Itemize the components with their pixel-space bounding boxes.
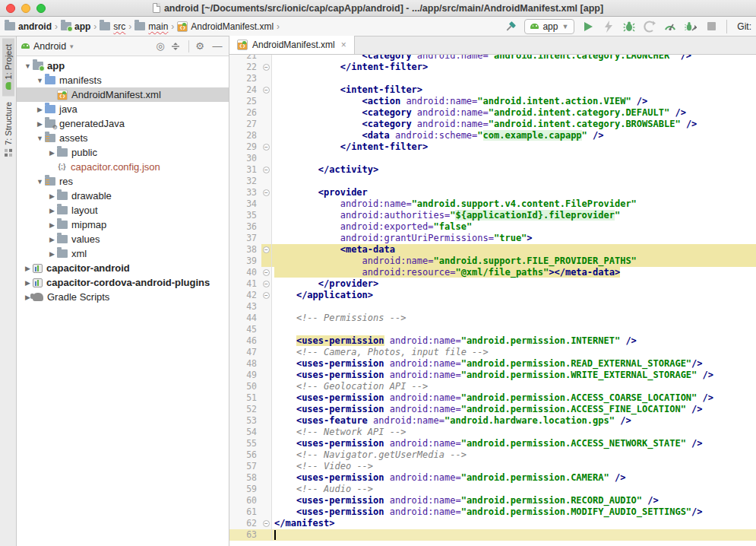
tree-expand-arrow-icon[interactable]: ▶ bbox=[23, 265, 33, 272]
code-line-57[interactable]: 57 <!-- Video --> bbox=[229, 461, 756, 472]
fold-marker-icon[interactable]: − bbox=[263, 144, 270, 151]
code-line-60[interactable]: 60 <uses-permission android:name="androi… bbox=[229, 495, 756, 506]
close-tab-icon[interactable]: × bbox=[341, 40, 346, 50]
tree-item-assets[interactable]: ▼assets bbox=[17, 131, 229, 145]
code-line-51[interactable]: 51 <uses-permission android:name="androi… bbox=[229, 392, 756, 404]
code-line-29[interactable]: 29− </intent-filter> bbox=[229, 141, 756, 153]
minimize-window-button[interactable] bbox=[21, 4, 30, 13]
close-window-button[interactable] bbox=[6, 4, 15, 13]
attach-debugger-icon[interactable] bbox=[684, 20, 697, 33]
breadcrumb-item-app[interactable]: app bbox=[61, 21, 90, 32]
tree-item-capacitor-cordova-android-plugins[interactable]: ▶capacitor-cordova-android-plugins bbox=[17, 275, 229, 290]
code-line-45[interactable]: 45 bbox=[229, 324, 756, 335]
fold-marker-icon[interactable]: − bbox=[263, 167, 270, 173]
git-widget-label[interactable]: Git: bbox=[735, 21, 751, 32]
tree-expand-arrow-icon[interactable]: ▶ bbox=[35, 106, 45, 113]
code-line-61[interactable]: 61 <uses-permission android:name="androi… bbox=[229, 506, 756, 518]
tree-item-mipmap[interactable]: ▶mipmap bbox=[17, 217, 229, 232]
code-line-50[interactable]: 50 <!-- Geolocation API --> bbox=[229, 381, 756, 392]
code-line-42[interactable]: 42− </application> bbox=[229, 290, 756, 301]
code-line-52[interactable]: 52 <uses-permission android:name="androi… bbox=[229, 404, 756, 415]
tree-item-app[interactable]: ▼app bbox=[17, 59, 229, 73]
code-editor[interactable]: 21 <category android:name="android.inten… bbox=[229, 55, 756, 546]
editor-tab-androidmanifest[interactable]: AndroidManifest.xml × bbox=[229, 36, 355, 54]
tree-item-java[interactable]: ▶java bbox=[17, 102, 229, 116]
code-line-63[interactable]: 63 bbox=[229, 529, 756, 541]
code-line-34[interactable]: 34 android:name="android.support.v4.cont… bbox=[229, 198, 756, 210]
tree-expand-arrow-icon[interactable]: ▼ bbox=[35, 178, 45, 186]
tree-item-xml[interactable]: ▶xml bbox=[17, 246, 229, 261]
tree-expand-arrow-icon[interactable]: ▼ bbox=[35, 77, 45, 84]
fold-marker-icon[interactable]: − bbox=[263, 87, 270, 94]
fold-marker-icon[interactable]: − bbox=[263, 292, 270, 299]
zoom-window-button[interactable] bbox=[36, 4, 46, 13]
tree-item-manifests[interactable]: ▼manifests bbox=[17, 73, 229, 87]
tree-expand-arrow-icon[interactable]: ▶ bbox=[47, 250, 57, 258]
locate-target-icon[interactable]: ◎ bbox=[153, 40, 167, 52]
code-line-36[interactable]: 36 android:exported="false" bbox=[229, 221, 756, 233]
code-line-49[interactable]: 49 <uses-permission android:name="androi… bbox=[229, 370, 756, 381]
run-configuration-select[interactable]: app ▼ bbox=[524, 19, 574, 34]
tree-item-values[interactable]: ▶values bbox=[17, 232, 229, 246]
code-line-62[interactable]: 62−</manifest> bbox=[229, 518, 756, 529]
settings-gear-icon[interactable]: ⚙ bbox=[193, 40, 207, 52]
code-line-48[interactable]: 48 <uses-permission android:name="androi… bbox=[229, 358, 756, 370]
profiler-gauge-icon[interactable] bbox=[663, 20, 677, 33]
hide-panel-icon[interactable]: — bbox=[210, 40, 224, 52]
tree-item-generatedJava[interactable]: ▶generatedJava bbox=[17, 116, 229, 131]
code-line-46[interactable]: 46 <uses-permission android:name="androi… bbox=[229, 335, 756, 347]
tree-expand-arrow-icon[interactable]: ▼ bbox=[35, 135, 45, 142]
code-line-53[interactable]: 53 <uses-feature android:name="android.h… bbox=[229, 415, 756, 427]
fold-marker-icon[interactable]: − bbox=[263, 520, 270, 527]
code-line-59[interactable]: 59 <!-- Audio --> bbox=[229, 484, 756, 495]
tree-expand-arrow-icon[interactable]: ▼ bbox=[23, 62, 33, 70]
code-line-43[interactable]: 43 bbox=[229, 301, 756, 313]
fold-marker-icon[interactable]: − bbox=[263, 246, 270, 253]
tool-window-tab-project[interactable]: 1: Project bbox=[2, 38, 14, 96]
code-line-40[interactable]: 40− android:resource="@xml/file_paths"><… bbox=[229, 267, 756, 278]
code-line-25[interactable]: 25 <action android:name="android.intent.… bbox=[229, 96, 756, 107]
breadcrumb-item-main[interactable]: main bbox=[134, 21, 168, 32]
tree-item-res[interactable]: ▼res bbox=[17, 174, 229, 189]
tree-expand-arrow-icon[interactable]: ▶ bbox=[47, 236, 57, 243]
code-line-44[interactable]: 44 <!-- Permissions --> bbox=[229, 313, 756, 324]
code-line-27[interactable]: 27 <category android:name="android.inten… bbox=[229, 119, 756, 130]
tree-item-capacitor.config.json[interactable]: {;}capacitor.config.json bbox=[17, 160, 229, 174]
run-play-icon[interactable] bbox=[581, 20, 595, 33]
collapse-all-icon[interactable] bbox=[171, 42, 185, 51]
tree-item-layout[interactable]: ▶layout bbox=[17, 203, 229, 217]
tree-item-drawable[interactable]: ▶drawable bbox=[17, 189, 229, 203]
fold-marker-icon[interactable]: − bbox=[263, 269, 270, 276]
tree-item-AndroidManifest.xml[interactable]: AndroidManifest.xml bbox=[17, 87, 229, 102]
view-selector-chevron-icon[interactable]: ▾ bbox=[70, 43, 74, 50]
tree-item-public[interactable]: ▶public bbox=[17, 145, 229, 160]
code-line-35[interactable]: 35 android:authorities="${applicationId}… bbox=[229, 210, 756, 221]
code-line-38[interactable]: 38− <meta-data bbox=[229, 244, 756, 256]
code-line-32[interactable]: 32 bbox=[229, 176, 756, 187]
breadcrumb-item-src[interactable]: src bbox=[100, 21, 125, 32]
tree-expand-arrow-icon[interactable]: ▶ bbox=[47, 221, 57, 229]
code-line-55[interactable]: 55 <uses-permission android:name="androi… bbox=[229, 438, 756, 449]
fold-marker-icon[interactable]: − bbox=[263, 281, 270, 287]
code-line-26[interactable]: 26 <category android:name="android.inten… bbox=[229, 107, 756, 119]
code-line-56[interactable]: 56 <!-- Navigator.getUserMedia --> bbox=[229, 449, 756, 461]
code-line-30[interactable]: 30 bbox=[229, 153, 756, 164]
breadcrumb-item-android[interactable]: android bbox=[5, 21, 52, 32]
code-line-37[interactable]: 37 android:grantUriPermissions="true"> bbox=[229, 233, 756, 244]
breadcrumb-item-AndroidManifest.xml[interactable]: AndroidManifest.xml bbox=[177, 21, 274, 32]
code-line-47[interactable]: 47 <!-- Camera, Photos, input file --> bbox=[229, 347, 756, 358]
fold-marker-icon[interactable]: − bbox=[263, 189, 270, 196]
code-line-33[interactable]: 33− <provider bbox=[229, 187, 756, 198]
code-line-41[interactable]: 41− </provider> bbox=[229, 278, 756, 290]
tree-expand-arrow-icon[interactable]: ▶ bbox=[47, 192, 57, 200]
code-line-54[interactable]: 54 <!-- Network API --> bbox=[229, 427, 756, 438]
apply-code-changes-icon[interactable] bbox=[643, 20, 656, 33]
tree-expand-arrow-icon[interactable]: ▶ bbox=[47, 149, 57, 157]
code-line-39[interactable]: 39 android:name="android.support.FILE_PR… bbox=[229, 256, 756, 267]
fold-marker-icon[interactable]: − bbox=[263, 64, 270, 71]
tool-window-tab-structure[interactable]: 7: Structure bbox=[2, 96, 14, 163]
apply-changes-lightning-icon[interactable] bbox=[602, 20, 615, 33]
code-line-31[interactable]: 31− </activity> bbox=[229, 164, 756, 176]
code-line-21[interactable]: 21 <category android:name="android.inten… bbox=[229, 55, 756, 62]
code-line-28[interactable]: 28 <data android:scheme="com.example.cap… bbox=[229, 130, 756, 141]
